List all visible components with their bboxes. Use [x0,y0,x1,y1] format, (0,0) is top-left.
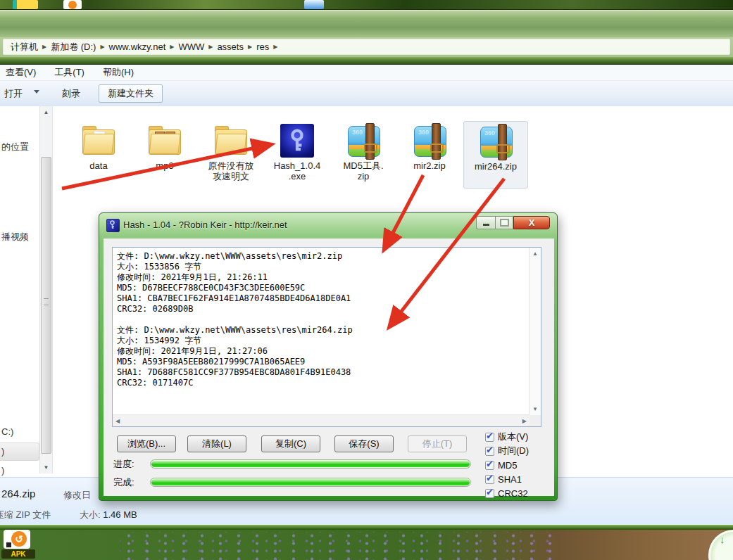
scroll-right-icon[interactable]: ▶ [522,418,527,424]
desktop-icon-partial[interactable] [304,0,324,9]
checkbox-label: 版本(V) [498,431,528,443]
sidebar-item[interactable]: ) [1,465,4,476]
sidebar-item[interactable]: 的位置 [1,141,29,153]
burn-button[interactable]: 刻录 [62,87,80,100]
scroll-left-icon[interactable]: ◀ [115,418,120,424]
file-label: mir264.zip [464,161,527,172]
maximize-button[interactable] [495,216,513,229]
checkbox[interactable]: ✔ [485,475,494,484]
hash-dialog: Hash - 1.04 - ?Robin Keir - http://keir.… [99,212,558,501]
close-button[interactable]: X [513,216,550,229]
desktop-icon-partial[interactable] [63,0,82,9]
checkbox[interactable]: ✔ [485,489,494,498]
file-item[interactable]: 360mir264.zip [463,121,528,189]
folder-icon [82,124,115,158]
zip-strap [498,124,507,160]
open-button[interactable]: 打开 [4,87,23,100]
checkmark-icon: ✔ [486,473,494,483]
menu-item[interactable]: 帮助(H) [103,66,134,79]
folder-front [82,134,114,154]
menu-item[interactable]: 工具(T) [54,66,84,79]
file-label-line: 原件没有放 [199,160,263,171]
wallpaper-flowers [120,532,556,560]
zip-buckle [496,144,510,153]
breadcrumb-separator-icon: ▶ [42,44,46,50]
sidebar-scrollbar[interactable]: ▲ ▼ [39,106,53,473]
checkbox-row[interactable]: ✔CRC32 [485,488,528,499]
window-bottom-border [0,525,733,530]
breadcrumb-item[interactable]: assets [217,42,244,52]
zip-buckle [430,144,444,153]
chevron-down-icon[interactable] [34,90,39,94]
window-titlebar[interactable] [0,10,733,37]
folder-front [149,134,180,154]
horizontal-scrollbar[interactable]: ◀ ▶ [113,414,530,426]
breadcrumb-separator-icon: ▶ [100,44,104,50]
sidebar-item[interactable]: 播视频 [1,231,29,243]
complete-bar [150,478,471,487]
apk-logo-square [6,542,11,547]
file-label: mp3 [132,160,197,171]
breadcrumb-item[interactable]: 计算机 [11,41,38,53]
checkbox-row[interactable]: ✔SHA1 [485,473,522,485]
hash-output-line: 文件: D:\www.wkzy.net\WWW\assets\res\mir2.… [117,251,527,262]
sidebar-selected-row[interactable] [0,443,39,461]
zip-file-icon: 360 [413,124,446,158]
zip-file-icon: 360 [479,125,513,158]
maximize-icon [500,219,509,227]
hash-output-box[interactable]: 文件: D:\www.wkzy.net\WWW\assets\res\mir2.… [112,247,541,427]
breadcrumb-item[interactable]: WWW [178,42,204,52]
sidebar-item[interactable]: C:) [1,426,13,437]
hash-output-line: 大小: 1533856 字节 [117,262,527,272]
dialog-button[interactable]: 浏览(B)... [117,435,176,452]
file-item[interactable]: 原件没有放攻速明文 [199,121,263,189]
scroll-up-icon[interactable]: ▲ [40,106,52,118]
hash-output-line: 大小: 1534992 字节 [117,336,527,346]
address-row: 计算机▶新加卷 (D:)▶www.wkzy.net▶WWW▶assets▶res… [0,37,733,57]
dialog-button-disabled: 停止(T) [408,435,467,452]
checkbox-row[interactable]: ✔时间(D) [485,445,529,457]
dialog-button[interactable]: 复制(C) [261,435,320,452]
file-item[interactable]: 360mir2.zip [397,121,462,189]
minimize-icon [483,224,489,226]
scroll-down-icon[interactable]: ▼ [532,406,538,412]
hash-output-line: CRC32: 0171407C [117,378,527,388]
scroll-up-icon[interactable]: ▲ [532,250,538,257]
progress-fill [151,479,470,485]
scroll-down-icon[interactable]: ▼ [40,462,52,473]
checkbox[interactable]: ✔ [485,433,494,442]
window-controls: X [476,216,550,229]
minimize-button[interactable] [476,216,495,229]
menu-item[interactable]: 查看(V) [6,66,36,79]
dialog-client-area: 文件: D:\www.wkzy.net\WWW\assets\res\mir2.… [104,238,554,496]
breadcrumb-item[interactable]: 新加卷 (D:) [51,41,96,53]
apk-desktop-icon[interactable]: ↺ APK [1,530,38,560]
file-item[interactable]: 360MD5工具.zip [331,121,396,189]
sidebar-item[interactable]: ) [1,446,4,457]
breadcrumb-item[interactable]: www.wkzy.net [109,42,166,52]
dialog-button[interactable]: 清除(L) [187,435,246,452]
new-folder-button[interactable]: 新建文件夹 [99,84,163,103]
breadcrumb-separator-icon: ▶ [170,44,174,50]
progress-bar [150,459,471,469]
scrollbar-thumb[interactable] [41,157,51,454]
vertical-scrollbar[interactable]: ▲ ▼ [529,248,541,415]
checkbox[interactable]: ✔ [485,461,494,470]
apk-icon-label: APK [1,549,35,559]
file-item[interactable]: Hash_1.0.4.exe [265,121,330,189]
file-item[interactable]: mp3 [132,121,197,189]
file-item[interactable]: data [66,121,131,189]
zip-strap [365,123,375,160]
dialog-title: Hash - 1.04 - ?Robin Keir - http://keir.… [123,219,287,230]
dialog-button[interactable]: 保存(S) [334,435,394,452]
desktop: 计算机▶新加卷 (D:)▶www.wkzy.net▶WWW▶assets▶res… [0,0,733,560]
checkbox-row[interactable]: ✔MD5 [485,459,517,471]
checkbox[interactable]: ✔ [485,447,494,456]
selected-file-name: 264.zip [1,488,35,499]
desktop-icon-partial[interactable] [13,0,38,9]
hash-output-line: SHA1: CBA7BEC1F62FA914E1A8707485BDE4D6A1… [117,293,527,304]
file-label-line: mir264.zip [464,161,527,172]
dialog-titlebar[interactable]: Hash - 1.04 - ?Robin Keir - http://keir.… [99,213,557,238]
breadcrumb-item[interactable]: res [256,42,269,52]
checkbox-row[interactable]: ✔版本(V) [485,431,528,443]
